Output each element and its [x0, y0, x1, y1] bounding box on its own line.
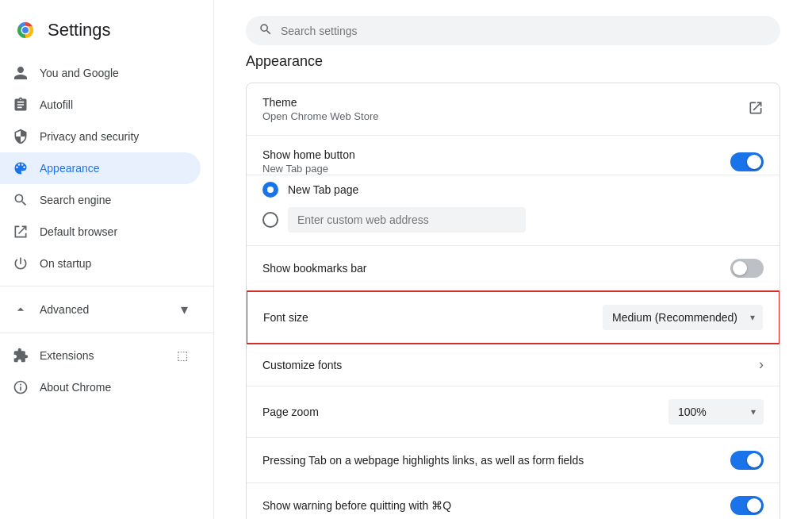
sidebar-item-default-browser[interactable]: Default browser — [0, 216, 201, 248]
page-zoom-label: Page zoom — [262, 406, 319, 418]
sidebar-item-label-extensions: Extensions — [40, 349, 163, 362]
search-bar — [246, 16, 780, 45]
app-header: Settings — [0, 10, 213, 57]
sidebar-divider-2 — [0, 333, 213, 333]
sidebar-item-appearance[interactable]: Appearance — [0, 152, 201, 184]
sidebar: Settings You and Google Autofill Privacy… — [0, 0, 214, 519]
custom-address-radio[interactable] — [262, 207, 764, 233]
theme-row[interactable]: Theme Open Chrome Web Store — [247, 83, 779, 136]
section-title: Appearance — [246, 53, 780, 70]
custom-address-radio-circle — [262, 212, 278, 228]
show-home-button-label: Show home button — [262, 148, 355, 161]
page-zoom-select-wrapper: 75% 90% 100% 110% 125% 150% 175% 200% — [668, 399, 764, 425]
sidebar-item-about-chrome[interactable]: About Chrome — [0, 371, 201, 403]
sidebar-item-search-engine[interactable]: Search engine — [0, 184, 201, 216]
sidebar-item-label-appearance: Appearance — [40, 162, 188, 175]
font-size-label: Font size — [263, 311, 308, 324]
font-size-select[interactable]: Very small Small Medium (Recommended) La… — [603, 305, 763, 330]
page-zoom-row: Page zoom 75% 90% 100% 110% 125% 150% 17… — [247, 386, 779, 438]
chrome-logo-icon — [13, 17, 38, 43]
customize-fonts-row[interactable]: Customize fonts › — [247, 344, 779, 386]
sidebar-item-privacy-security[interactable]: Privacy and security — [0, 121, 201, 152]
chevron-down-icon: ▾ — [181, 301, 188, 318]
search-icon — [13, 192, 29, 208]
theme-sublabel: Open Chrome Web Store — [262, 110, 378, 122]
sidebar-item-label-advanced: Advanced — [40, 303, 89, 316]
bookmarks-bar-row: Show bookmarks bar — [247, 246, 779, 291]
sidebar-item-on-startup[interactable]: On startup — [0, 248, 201, 279]
person-icon — [13, 65, 29, 81]
sidebar-item-label-default-browser: Default browser — [40, 225, 188, 238]
sidebar-item-label-on-startup: On startup — [40, 257, 188, 270]
external-link-icon — [748, 100, 764, 118]
sidebar-item-label-about-chrome: About Chrome — [40, 381, 188, 394]
font-size-select-wrapper: Very small Small Medium (Recommended) La… — [603, 305, 763, 330]
show-home-button-toggle[interactable] — [730, 152, 764, 171]
show-home-button-sublabel: New Tab page — [262, 163, 355, 175]
main-content: Appearance Theme Open Chrome Web Store S… — [214, 0, 812, 519]
expand-icon — [13, 302, 29, 317]
bookmarks-bar-toggle[interactable] — [730, 259, 764, 278]
sidebar-item-extensions[interactable]: Extensions ⬚ — [0, 340, 201, 371]
tab-highlights-row: Pressing Tab on a webpage highlights lin… — [247, 438, 779, 483]
search-input[interactable] — [281, 25, 768, 37]
shield-icon — [13, 129, 29, 144]
theme-label: Theme — [262, 96, 378, 109]
customize-fonts-label: Customize fonts — [262, 359, 342, 371]
tab-highlights-toggle[interactable] — [730, 451, 764, 470]
tab-highlights-label: Pressing Tab on a webpage highlights lin… — [262, 454, 584, 467]
sidebar-item-label-you-and-google: You and Google — [40, 67, 188, 79]
svg-point-2 — [22, 27, 29, 33]
sidebar-item-you-and-google[interactable]: You and Google — [0, 57, 201, 89]
font-size-row: Font size Very small Small Medium (Recom… — [246, 290, 780, 344]
sidebar-item-label-privacy-security: Privacy and security — [40, 130, 188, 143]
custom-address-input[interactable] — [288, 207, 526, 233]
chevron-right-icon: › — [759, 356, 764, 373]
app-title: Settings — [48, 20, 111, 40]
quit-warning-row: Show warning before quitting with ⌘Q — [247, 483, 779, 519]
home-button-radio-group: New Tab page — [247, 175, 779, 246]
sidebar-item-label-search-engine: Search engine — [40, 194, 188, 206]
external-link-icon: ⬚ — [177, 348, 188, 363]
power-icon — [13, 256, 29, 271]
search-icon — [259, 22, 273, 39]
new-tab-radio-circle — [262, 182, 278, 198]
assignment-icon — [13, 97, 29, 113]
show-home-button-row: Show home button New Tab page — [247, 136, 779, 175]
settings-card: Theme Open Chrome Web Store Show home bu… — [246, 83, 780, 519]
browser-icon — [13, 224, 29, 240]
new-tab-page-radio[interactable]: New Tab page — [262, 182, 764, 198]
palette-icon — [13, 160, 29, 176]
sidebar-divider — [0, 286, 213, 286]
quit-warning-toggle[interactable] — [730, 496, 764, 515]
bookmarks-bar-label: Show bookmarks bar — [262, 262, 367, 275]
info-icon — [13, 379, 29, 395]
new-tab-page-label: New Tab page — [288, 183, 358, 196]
sidebar-item-label-autofill: Autofill — [40, 98, 188, 111]
page-zoom-select[interactable]: 75% 90% 100% 110% 125% 150% 175% 200% — [668, 399, 764, 425]
sidebar-item-advanced[interactable]: Advanced ▾ — [0, 293, 201, 326]
quit-warning-label: Show warning before quitting with ⌘Q — [262, 499, 451, 512]
extension-icon — [13, 348, 29, 363]
search-bar-container — [246, 16, 780, 53]
sidebar-item-autofill[interactable]: Autofill — [0, 89, 201, 121]
